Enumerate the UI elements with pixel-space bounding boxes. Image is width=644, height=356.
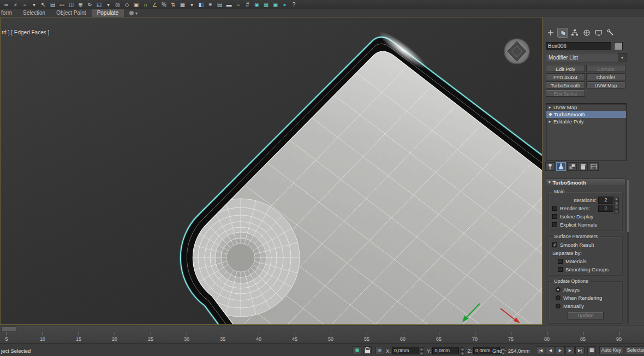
iterations-field[interactable]: 2 — [598, 197, 613, 204]
panel-tab-modify[interactable] — [557, 28, 568, 38]
extrude-button[interactable]: Extrude — [586, 65, 625, 72]
curve-editor-icon[interactable]: ≈ — [234, 1, 243, 9]
panel-scrollbar[interactable] — [627, 179, 629, 324]
snap-toggle-icon[interactable]: ∩ — [141, 1, 150, 9]
play-button[interactable]: ▶ — [556, 346, 565, 354]
rendered-frame-icon[interactable]: ▣ — [271, 1, 280, 9]
materials-checkbox[interactable] — [558, 259, 563, 264]
mirror-icon[interactable]: ◧ — [196, 1, 206, 9]
select-object-icon[interactable]: ↖ — [39, 1, 48, 9]
isolate-selection-toggle[interactable] — [353, 346, 361, 354]
stack-item-uvw-map[interactable]: ▸ UVW Map — [546, 104, 626, 111]
y-spinner[interactable]: ▴▾ — [460, 347, 464, 354]
select-move-icon[interactable]: ⊕ — [76, 1, 85, 9]
perspective-viewport[interactable]: rd ] [ Edged Faces ] — [0, 17, 542, 325]
layer-manager-icon[interactable]: ▤ — [215, 1, 224, 9]
ribbon-tab-object-paint[interactable]: Object Paint — [51, 9, 91, 17]
unlink-icon[interactable]: ≠ — [11, 1, 20, 9]
material-editor-icon[interactable]: ◉ — [252, 1, 261, 9]
viewport-shading-label[interactable]: rd ] [ Edged Faces ] — [2, 29, 49, 35]
select-scale-icon[interactable]: ◱ — [94, 1, 104, 9]
select-manipulate-icon[interactable]: ◇ — [122, 1, 132, 9]
key-mode-toggle[interactable]: ▦ — [587, 346, 596, 354]
render-iters-field[interactable]: 0 — [598, 205, 613, 212]
track-bar[interactable]: 5 10 15 20 25 — [0, 325, 644, 344]
ref-coord-dropdown[interactable]: ▾ — [104, 1, 113, 9]
modifier-bulb-icon[interactable] — [548, 112, 552, 116]
help-icon[interactable]: ? — [289, 1, 299, 9]
keyboard-override-toggle[interactable]: ▣ — [132, 1, 141, 9]
panel-tab-create[interactable] — [545, 28, 556, 38]
angle-snap-icon[interactable]: ∠ — [150, 1, 159, 9]
smoothing-groups-checkbox[interactable] — [558, 267, 563, 272]
panel-scrollbar-thumb[interactable] — [627, 180, 629, 232]
show-end-result-button[interactable] — [556, 162, 566, 171]
select-and-link-icon[interactable]: ∞ — [2, 1, 11, 9]
panel-tab-display[interactable] — [593, 28, 604, 38]
ffd-4x4x4-button[interactable]: FFD 4x4x4 — [546, 73, 585, 80]
render-iters-checkbox[interactable] — [552, 206, 557, 211]
panel-tab-motion[interactable] — [581, 28, 592, 38]
edit-named-sets-icon[interactable]: ▦ — [178, 1, 187, 9]
align-icon[interactable]: ≡ — [206, 1, 215, 9]
edit-poly-button[interactable]: Edit Poly — [546, 65, 585, 72]
configure-modifier-sets-button[interactable] — [589, 162, 599, 171]
always-radio[interactable] — [556, 287, 560, 292]
edit-spline-button[interactable]: Edit Spline — [546, 90, 585, 97]
chamfer-button[interactable]: Chamfer — [586, 73, 625, 80]
turbosmooth-rollout-header[interactable]: ▾ TurboSmooth — [546, 179, 625, 186]
select-rotate-icon[interactable]: ↻ — [85, 1, 94, 9]
y-coordinate-field[interactable]: 0,0mm — [432, 347, 459, 354]
viewcube-gizmo[interactable] — [504, 39, 529, 64]
explicit-normals-checkbox[interactable] — [552, 222, 557, 227]
ribbon-toggle-icon[interactable]: ▬ — [224, 1, 234, 9]
object-color-swatch[interactable] — [614, 42, 623, 50]
ribbon-tab-populate[interactable]: Populate — [92, 9, 124, 17]
spinner-snap-icon[interactable]: ⇅ — [169, 1, 178, 9]
expand-arrow-icon[interactable]: ▸ — [548, 105, 552, 110]
stack-item-turbosmooth[interactable]: TurboSmooth — [546, 111, 626, 118]
time-slider-handle[interactable] — [1, 327, 16, 332]
panel-tab-hierarchy[interactable] — [569, 28, 580, 38]
isoline-display-checkbox[interactable] — [552, 214, 557, 219]
remove-modifier-button[interactable] — [578, 162, 588, 171]
percent-snap-icon[interactable]: % — [159, 1, 169, 9]
go-to-start-button[interactable]: |◀ — [536, 346, 545, 354]
render-iters-spinner[interactable]: ▴▾ — [614, 205, 619, 212]
x-coordinate-field[interactable]: 0,0mm — [392, 347, 419, 354]
selection-region-icon[interactable]: ▭ — [57, 1, 67, 9]
auto-key-button[interactable]: Auto Key — [599, 346, 623, 354]
use-pivot-center-icon[interactable]: ◎ — [113, 1, 122, 9]
named-sets-dropdown[interactable]: ▾ — [187, 1, 196, 9]
modifier-list-dropdown[interactable]: Modifier List ▾ — [546, 53, 627, 62]
viewport-canvas[interactable] — [1, 17, 542, 324]
smooth-result-checkbox[interactable]: ✓ — [552, 242, 557, 247]
window-crossing-toggle[interactable]: ◫ — [67, 1, 76, 9]
go-to-end-button[interactable]: ▶| — [575, 346, 585, 354]
object-name-field[interactable] — [546, 42, 611, 50]
absolute-offset-toggle[interactable]: ⊞ — [375, 347, 383, 354]
selection-lock-toggle[interactable] — [363, 346, 372, 354]
previous-frame-button[interactable]: ◀ — [546, 346, 555, 354]
pin-stack-button[interactable] — [545, 162, 555, 171]
select-by-name-icon[interactable]: ▤ — [48, 1, 57, 9]
iterations-spinner[interactable]: ▴▾ — [614, 197, 619, 204]
render-production-icon[interactable]: ● — [280, 1, 289, 9]
expand-arrow-icon[interactable]: ▸ — [548, 119, 552, 124]
turbosmooth-button[interactable]: TurboSmooth — [546, 81, 585, 88]
update-button[interactable]: Update — [568, 312, 604, 319]
selection-filter-dropdown[interactable]: ▾ — [29, 1, 39, 9]
ribbon-tab-freeform[interactable]: form — [0, 9, 17, 17]
ribbon-flyout[interactable]: ▾ — [129, 11, 138, 16]
schematic-view-icon[interactable]: # — [243, 1, 252, 9]
selection-set-button[interactable]: Selected — [625, 346, 644, 354]
bind-spacewarp-icon[interactable]: ≈ — [20, 1, 29, 9]
next-frame-button[interactable]: ▶ — [565, 346, 575, 354]
uvw-map-button[interactable]: UVW Map — [586, 81, 625, 88]
render-setup-icon[interactable]: ▦ — [261, 1, 271, 9]
panel-tab-utilities[interactable] — [605, 28, 616, 38]
x-spinner[interactable]: ▴▾ — [420, 347, 424, 354]
make-unique-button[interactable] — [567, 162, 577, 171]
ribbon-tab-selection[interactable]: Selection — [17, 9, 51, 17]
stack-item-editable-poly[interactable]: ▸ Editable Poly — [546, 118, 626, 125]
